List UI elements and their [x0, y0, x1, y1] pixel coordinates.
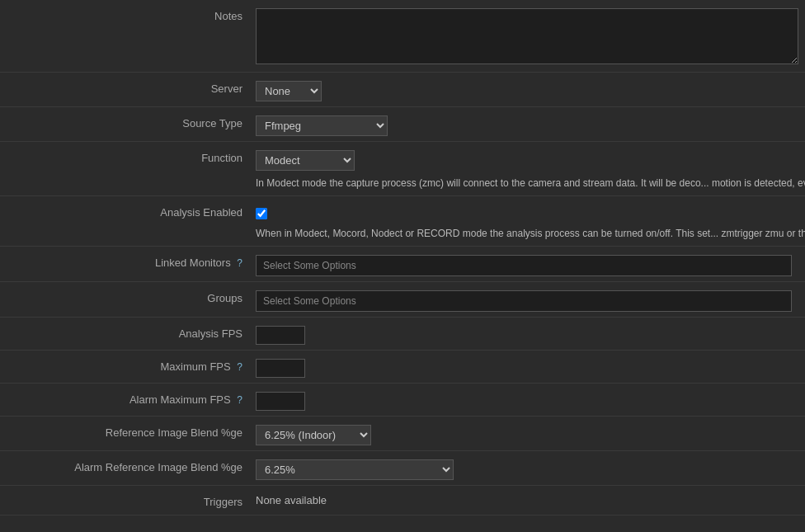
linked-monitors-row: Linked Monitors ? Select Some Options [0, 247, 805, 282]
alarm-reference-image-control: 6.25% 12.5% 25% 50% [256, 456, 805, 480]
function-row: Function None Monitor Modect Record Moco… [0, 142, 805, 196]
function-select[interactable]: None Monitor Modect Record Mocord Nodect [256, 150, 355, 171]
linked-monitors-select[interactable]: Select Some Options [256, 255, 792, 276]
analysis-fps-label: Analysis FPS [0, 322, 256, 340]
source-type-label: Source Type [0, 112, 256, 129]
analysis-enabled-checkbox[interactable] [256, 208, 267, 219]
reference-image-control: 6.25% (Indoor) 12.5% 25% 50% [256, 421, 805, 445]
linked-monitors-control: Select Some Options [256, 252, 805, 276]
alarm-reference-image-select[interactable]: 6.25% 12.5% 25% 50% [256, 459, 454, 480]
notes-control [256, 5, 805, 67]
alarm-reference-image-label: Alarm Reference Image Blend %ge [0, 456, 256, 473]
groups-select[interactable]: Select Some Options [256, 290, 792, 312]
source-type-select[interactable]: Ffmpeg LibVLC cURL NVSDK File [256, 115, 388, 136]
alarm-reference-image-row: Alarm Reference Image Blend %ge 6.25% 12… [0, 451, 805, 486]
function-label: Function [0, 147, 256, 164]
analysis-enabled-description: When in Modect, Mocord, Nodect or RECORD… [256, 228, 805, 239]
triggers-control: None available [256, 491, 805, 506]
analysis-enabled-label: Analysis Enabled [0, 201, 256, 219]
triggers-value: None available [256, 489, 327, 506]
notes-input[interactable] [256, 8, 798, 64]
source-type-control: Ffmpeg LibVLC cURL NVSDK File [256, 112, 805, 136]
linked-monitors-label: Linked Monitors ? [0, 252, 256, 269]
alarm-maximum-fps-row: Alarm Maximum FPS ? [0, 384, 805, 417]
linked-monitors-help[interactable]: ? [237, 257, 242, 269]
source-type-row: Source Type Ffmpeg LibVLC cURL NVSDK Fil… [0, 107, 805, 142]
server-control: None [256, 78, 805, 101]
maximum-fps-input[interactable] [256, 359, 305, 378]
reference-image-label: Reference Image Blend %ge [0, 421, 256, 439]
notes-row: Notes [0, 0, 805, 73]
function-description: In Modect mode the capture process (zmc)… [256, 177, 805, 189]
alarm-maximum-fps-input[interactable] [256, 392, 305, 411]
reference-image-row: Reference Image Blend %ge 6.25% (Indoor)… [0, 417, 805, 451]
notes-label: Notes [0, 5, 256, 22]
triggers-label: Triggers [0, 491, 256, 508]
server-select[interactable]: None [256, 81, 322, 101]
server-row: Server None [0, 73, 805, 107]
maximum-fps-help[interactable]: ? [237, 361, 242, 373]
function-control: None Monitor Modect Record Mocord Nodect… [256, 147, 805, 191]
server-label: Server [0, 78, 256, 95]
analysis-enabled-control: When in Modect, Mocord, Nodect or RECORD… [256, 201, 805, 241]
maximum-fps-row: Maximum FPS ? [0, 351, 805, 384]
reference-image-select[interactable]: 6.25% (Indoor) 12.5% 25% 50% [256, 425, 371, 445]
alarm-maximum-fps-control [256, 388, 805, 411]
analysis-fps-control [256, 322, 805, 345]
alarm-maximum-fps-label: Alarm Maximum FPS ? [0, 388, 256, 406]
maximum-fps-control [256, 355, 805, 378]
maximum-fps-label: Maximum FPS ? [0, 355, 256, 373]
triggers-row: Triggers None available [0, 486, 805, 516]
analysis-fps-row: Analysis FPS [0, 318, 805, 351]
groups-row: Groups Select Some Options [0, 282, 805, 318]
analysis-fps-input[interactable] [256, 326, 305, 345]
groups-control: Select Some Options [256, 287, 805, 312]
analysis-enabled-row: Analysis Enabled When in Modect, Mocord,… [0, 196, 805, 247]
alarm-maximum-fps-help[interactable]: ? [237, 394, 242, 406]
settings-form: Notes Server None Source Type Ffmpeg Lib… [0, 0, 805, 516]
groups-label: Groups [0, 287, 256, 304]
